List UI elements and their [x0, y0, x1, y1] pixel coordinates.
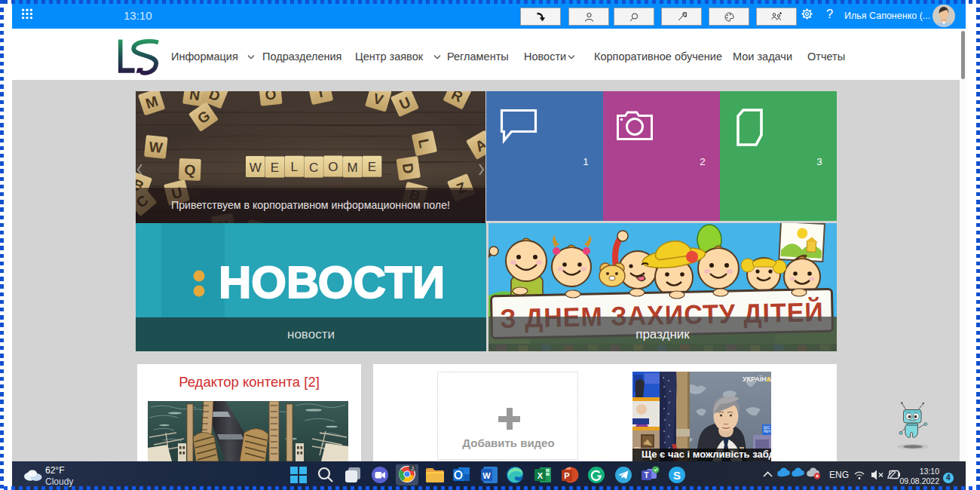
svg-text:праздник: праздник	[635, 327, 690, 341]
svg-text:C: C	[309, 161, 318, 175]
svg-text:W: W	[250, 161, 262, 175]
svg-text:Ще є час і можливість забд: Ще є час і можливість забд	[642, 449, 771, 460]
svg-text:X: X	[537, 471, 544, 480]
svg-text:РЕЧ: РЕЧ	[764, 430, 770, 433]
svg-text:2: 2	[767, 375, 770, 383]
svg-text:E: E	[368, 160, 376, 174]
svg-text:T: T	[644, 471, 648, 479]
svg-text:S: S	[673, 469, 681, 482]
svg-text:J: J	[411, 466, 414, 471]
svg-text:Приветствуем в корпоративном и: Приветствуем в корпоративном информацион…	[171, 199, 450, 211]
svg-text:ENG: ENG	[829, 470, 849, 480]
svg-text:E: E	[271, 161, 279, 175]
svg-text:W: W	[149, 139, 164, 156]
svg-text:P: P	[564, 471, 569, 480]
svg-text:L: L	[291, 160, 298, 174]
svg-text:M: M	[348, 161, 358, 175]
svg-text:Q: Q	[184, 162, 196, 179]
svg-text:O: O	[264, 91, 277, 103]
svg-text:O: O	[328, 160, 338, 174]
svg-text:W: W	[482, 471, 491, 480]
